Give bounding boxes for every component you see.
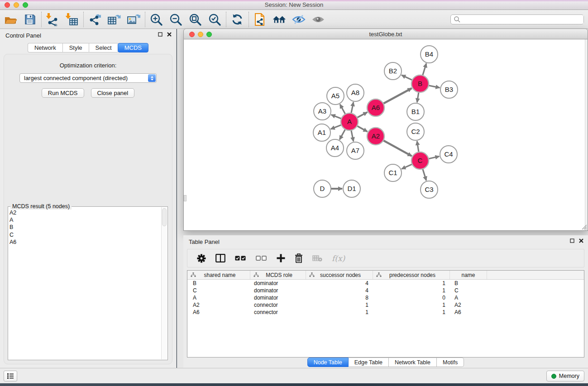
tab-network-table[interactable]: Network Table: [389, 357, 437, 367]
zoom-in-icon[interactable]: [149, 12, 163, 27]
tab-motifs[interactable]: Motifs: [437, 357, 464, 367]
import-table-icon[interactable]: [65, 12, 79, 27]
resize-grip-icon[interactable]: [581, 224, 587, 230]
result-item[interactable]: A6: [10, 238, 160, 246]
toolbar-separator: [83, 12, 84, 27]
show-hidden-eye-icon[interactable]: [311, 12, 325, 27]
network-canvas[interactable]: B4B2BB3A5A8A6A3B1AC2A1A2A4A7C4CC1DD1C3: [183, 39, 588, 231]
tab-edge-table[interactable]: Edge Table: [349, 357, 389, 367]
delete-table-icon[interactable]: [312, 255, 322, 262]
table-row[interactable]: A6connector11A6: [187, 309, 584, 316]
new-network-from-selection-icon[interactable]: [253, 12, 267, 27]
zoom-selected-icon[interactable]: [208, 12, 221, 27]
close-table-panel-icon[interactable]: [579, 238, 583, 243]
tab-mcds[interactable]: MCDS: [118, 43, 148, 52]
node-C3[interactable]: C3: [421, 181, 438, 198]
node-label: B2: [389, 67, 397, 75]
zoom-out-icon[interactable]: [169, 12, 182, 27]
hide-selected-eye-slash-icon[interactable]: [292, 12, 306, 27]
add-column-plus-icon[interactable]: [277, 254, 285, 262]
network-scroll-nub[interactable]: [184, 195, 186, 201]
node-A6[interactable]: A6: [367, 99, 384, 116]
node-label: A2: [372, 132, 380, 140]
column-header-successor-nodes[interactable]: successor nodes: [306, 271, 373, 279]
search-field[interactable]: [450, 14, 584, 24]
save-session-icon[interactable]: [23, 12, 37, 27]
column-header-shared-name[interactable]: shared name: [187, 271, 250, 279]
titlebar: Session: New Session: [0, 0, 588, 10]
export-image-icon[interactable]: [127, 12, 140, 27]
column-header-name[interactable]: name: [450, 271, 487, 279]
table-cell: 8: [306, 295, 373, 301]
select-all-icon[interactable]: [235, 256, 246, 261]
node-A3[interactable]: A3: [314, 103, 331, 120]
node-C4[interactable]: C4: [440, 146, 457, 163]
result-item[interactable]: B: [10, 224, 160, 231]
float-panel-icon[interactable]: [158, 32, 163, 37]
import-network-icon[interactable]: [46, 12, 59, 27]
column-header-MCDS-role[interactable]: MCDS role: [250, 271, 306, 279]
node-A8[interactable]: A8: [347, 84, 364, 101]
control-panel: Control Panel NetworkStyleSelectMCDS Opt…: [0, 29, 177, 368]
tab-node-table[interactable]: Node Table: [307, 357, 349, 367]
node-B2[interactable]: B2: [384, 62, 402, 80]
node-B3[interactable]: B3: [440, 81, 458, 98]
node-label: A1: [318, 129, 326, 136]
node-B4[interactable]: B4: [421, 46, 438, 63]
result-item[interactable]: A2: [10, 209, 160, 216]
result-item[interactable]: C: [10, 231, 160, 238]
network-vertical-scrollbar[interactable]: [585, 39, 588, 230]
node-D1[interactable]: D1: [343, 180, 360, 197]
memory-button[interactable]: Memory: [546, 371, 584, 381]
node-A7[interactable]: A7: [347, 142, 364, 159]
search-input[interactable]: [461, 15, 583, 24]
criterion-select[interactable]: largest connected component (directed): [19, 73, 157, 83]
attribute-type-icon: [253, 272, 259, 277]
delete-columns-trash-icon[interactable]: [295, 253, 303, 263]
deselect-all-icon[interactable]: [256, 256, 267, 261]
node-D[interactable]: D: [314, 180, 331, 197]
search-icon: [454, 16, 461, 23]
node-label: A3: [318, 107, 326, 115]
table-row[interactable]: Cdominator41C: [187, 287, 584, 294]
home-icon[interactable]: [272, 12, 286, 27]
node-B1[interactable]: B1: [407, 103, 424, 120]
mcds-result-title: MCDS result (5 nodes): [10, 203, 72, 210]
node-A4[interactable]: A4: [326, 139, 344, 157]
export-network-icon[interactable]: [88, 12, 101, 27]
network-window-titlebar[interactable]: testGlobe.txt: [183, 29, 588, 39]
table-row[interactable]: Bdominator41B: [187, 280, 584, 287]
column-label: shared name: [196, 272, 250, 278]
close-panel-icon[interactable]: [167, 32, 172, 37]
result-item[interactable]: A: [10, 216, 160, 224]
close-panel-button[interactable]: Close panel: [91, 88, 135, 98]
table-row[interactable]: Adominator80A: [187, 294, 584, 301]
split-panel-icon[interactable]: [215, 254, 225, 262]
node-B[interactable]: B: [411, 75, 429, 92]
tab-style[interactable]: Style: [62, 43, 89, 52]
run-mcds-button[interactable]: Run MCDS: [42, 88, 84, 98]
node-A5[interactable]: A5: [327, 87, 344, 105]
open-session-icon[interactable]: [4, 12, 17, 27]
tab-select[interactable]: Select: [89, 43, 119, 52]
fit-content-icon[interactable]: [188, 12, 202, 27]
node-A2[interactable]: A2: [367, 128, 384, 145]
network-view-window: testGlobe.txt B4B2BB3A5A8A6A3B1AC2A1A2A4…: [183, 29, 588, 231]
column-header-predecessor-nodes[interactable]: predecessor nodes: [373, 271, 450, 279]
node-C[interactable]: C: [411, 152, 429, 169]
float-table-panel-icon[interactable]: [570, 238, 574, 243]
mcds-result-list[interactable]: A2ABCA6: [10, 209, 160, 359]
export-table-icon[interactable]: [107, 12, 121, 27]
node-C1[interactable]: C1: [384, 164, 402, 181]
table-row[interactable]: A2connector11A2: [187, 301, 584, 309]
task-history-button[interactable]: [4, 371, 17, 381]
refresh-view-icon[interactable]: [230, 12, 244, 27]
table-settings-gear-icon[interactable]: [197, 254, 206, 263]
node-A1[interactable]: A1: [313, 124, 330, 141]
function-builder-icon[interactable]: f(x): [332, 254, 345, 263]
node-A[interactable]: A: [341, 113, 358, 130]
tab-network[interactable]: Network: [28, 43, 62, 52]
table-cell: A2: [187, 302, 250, 308]
result-scrollbar[interactable]: [161, 207, 167, 359]
node-C2[interactable]: C2: [407, 123, 424, 140]
